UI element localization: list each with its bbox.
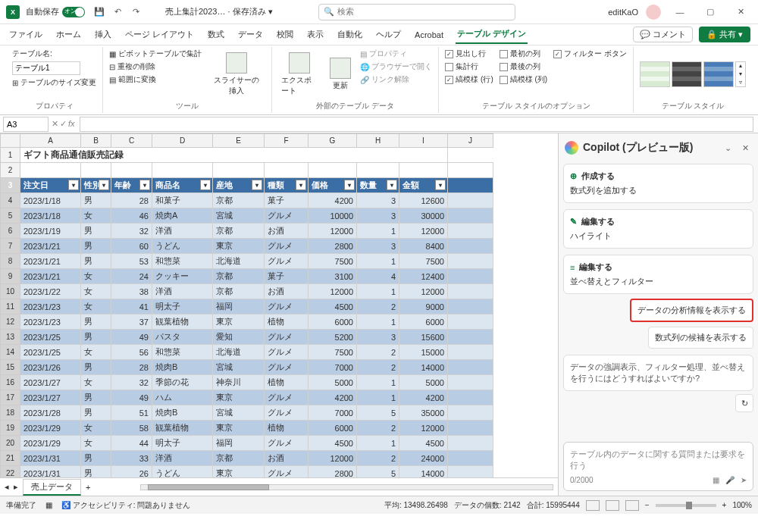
cell[interactable]: 宮城: [213, 405, 265, 421]
cell[interactable]: 51: [111, 405, 152, 421]
row-header-20[interactable]: 20: [1, 436, 20, 451]
ribbon-tab-0[interactable]: ファイル: [8, 26, 44, 43]
cell[interactable]: 5: [357, 405, 399, 421]
cell[interactable]: 2023/1/19: [20, 224, 81, 239]
cell[interactable]: 女: [81, 208, 111, 224]
col-header-G[interactable]: G: [309, 134, 357, 148]
cell[interactable]: グルメ: [265, 345, 309, 360]
avatar[interactable]: [646, 5, 661, 20]
cell[interactable]: 10000: [309, 208, 357, 224]
cell[interactable]: 2023/1/18: [20, 208, 81, 224]
cell[interactable]: クッキー: [152, 269, 213, 284]
cell[interactable]: 2023/1/23: [20, 299, 81, 315]
cell[interactable]: 2023/1/27: [20, 390, 81, 405]
table-header-1[interactable]: 性別▾: [81, 178, 111, 193]
cell[interactable]: 神奈川: [213, 375, 265, 390]
cell[interactable]: お酒: [265, 284, 309, 299]
collapse-icon[interactable]: ⌄: [722, 143, 735, 153]
ribbon-tab-1[interactable]: ホーム: [55, 26, 83, 43]
cell[interactable]: 4500: [309, 436, 357, 451]
accessibility-status[interactable]: ♿ アクセシビリティ: 問題ありません: [61, 500, 190, 511]
cell[interactable]: 洋酒: [152, 284, 213, 299]
cell[interactable]: 焼肉B: [152, 405, 213, 421]
convert-range-button[interactable]: ▤ 範囲に変換: [109, 74, 202, 85]
cell[interactable]: 2023/1/26: [20, 360, 81, 375]
remove-dup-button[interactable]: ⊟ 重複の削除: [109, 61, 202, 72]
copilot-question[interactable]: データの強調表示、フィルター処理、並べ替えを行うにはどうすればよいですか?: [563, 355, 753, 391]
ribbon-tab-5[interactable]: データ: [236, 26, 265, 43]
header-row-check[interactable]: 見出し行: [445, 49, 493, 59]
cell[interactable]: 男: [81, 239, 111, 254]
cell[interactable]: 38: [111, 284, 152, 299]
first-col-check[interactable]: 最初の列: [500, 49, 547, 59]
last-col-check[interactable]: 最後の列: [500, 61, 547, 72]
ribbon-tab-10[interactable]: Acrobat: [413, 27, 445, 42]
filter-dropdown-icon[interactable]: ▾: [387, 180, 397, 190]
name-box[interactable]: [3, 117, 49, 132]
row-header-11[interactable]: 11: [1, 299, 20, 315]
cell[interactable]: お酒: [265, 224, 309, 239]
cell[interactable]: 7500: [399, 254, 448, 269]
cell[interactable]: 洋酒: [152, 224, 213, 239]
table-style-1[interactable]: [640, 61, 670, 87]
cell[interactable]: 4500: [309, 299, 357, 315]
cell[interactable]: 2023/1/23: [20, 315, 81, 330]
cell[interactable]: 女: [81, 284, 111, 299]
row-header-13[interactable]: 13: [1, 330, 20, 345]
row-header-6[interactable]: 6: [1, 224, 20, 239]
cell[interactable]: 2023/1/28: [20, 405, 81, 421]
cell[interactable]: 2023/1/31: [20, 451, 81, 466]
row-header-4[interactable]: 4: [1, 193, 20, 208]
cell[interactable]: 菓子: [265, 193, 309, 208]
cell[interactable]: 観葉植物: [152, 315, 213, 330]
tab-nav-next[interactable]: ▸: [14, 482, 18, 492]
cell[interactable]: 5200: [309, 330, 357, 345]
cell[interactable]: 2: [357, 299, 399, 315]
table-header-5[interactable]: 種類▾: [265, 178, 309, 193]
cell[interactable]: 植物: [265, 315, 309, 330]
ribbon-tab-9[interactable]: ヘルプ: [374, 26, 402, 43]
cell[interactable]: 7000: [309, 405, 357, 421]
table-style-3[interactable]: [703, 61, 734, 87]
minimize-icon[interactable]: —: [669, 3, 691, 21]
cell[interactable]: 12000: [399, 421, 448, 436]
cell[interactable]: 2023/1/29: [20, 421, 81, 436]
col-header-E[interactable]: E: [213, 134, 265, 148]
cell[interactable]: 東京: [213, 421, 265, 436]
cell[interactable]: 6000: [309, 315, 357, 330]
filter-dropdown-icon[interactable]: ▾: [68, 180, 79, 190]
row-header-17[interactable]: 17: [1, 390, 20, 405]
sheet-title[interactable]: ギフト商品通信販売記録: [20, 148, 448, 163]
slicer-button[interactable]: スライサーの挿入: [208, 49, 265, 99]
cell[interactable]: 北海道: [213, 345, 265, 360]
zoom-level[interactable]: 100%: [732, 501, 752, 509]
col-header-C[interactable]: C: [111, 134, 152, 148]
cell[interactable]: 2: [357, 421, 399, 436]
cell[interactable]: 32: [111, 224, 152, 239]
cell[interactable]: 男: [81, 193, 111, 208]
table-header-0[interactable]: 注文日▾: [20, 178, 81, 193]
cell[interactable]: 植物: [265, 421, 309, 436]
cell[interactable]: 観葉植物: [152, 421, 213, 436]
cell[interactable]: 2023/1/27: [20, 375, 81, 390]
cell[interactable]: 女: [81, 375, 111, 390]
sheet-tab-active[interactable]: 売上データ: [23, 479, 81, 496]
cell[interactable]: 植物: [265, 375, 309, 390]
row-header-16[interactable]: 16: [1, 375, 20, 390]
cell[interactable]: 60: [111, 239, 152, 254]
cell[interactable]: 男: [81, 405, 111, 421]
cell[interactable]: 女: [81, 436, 111, 451]
cell[interactable]: 6000: [399, 315, 448, 330]
cell[interactable]: 焼肉A: [152, 208, 213, 224]
cell[interactable]: 8400: [399, 239, 448, 254]
cell[interactable]: 男: [81, 315, 111, 330]
cell[interactable]: 洋酒: [152, 451, 213, 466]
cell[interactable]: 32: [111, 375, 152, 390]
cell[interactable]: 男: [81, 254, 111, 269]
cell[interactable]: 2800: [309, 239, 357, 254]
copilot-edit-card[interactable]: ✎編集する ハイライト: [563, 209, 753, 249]
cell[interactable]: 4: [357, 269, 399, 284]
cell[interactable]: グルメ: [265, 254, 309, 269]
cell[interactable]: グルメ: [265, 208, 309, 224]
zoom-in-icon[interactable]: +: [722, 501, 727, 509]
